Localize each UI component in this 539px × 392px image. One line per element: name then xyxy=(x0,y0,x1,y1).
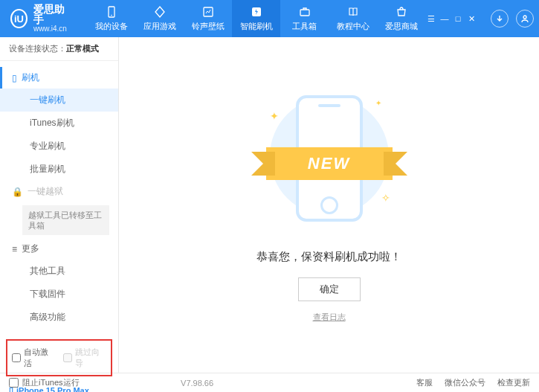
maximize-button[interactable]: □ xyxy=(452,13,464,25)
sidebar-item-itunes-flash[interactable]: iTunes刷机 xyxy=(0,112,118,135)
options-highlight-box: 自动激活 跳过向导 xyxy=(6,339,112,376)
sidebar-section-jailbreak: 🔒 一键越狱 xyxy=(0,181,118,202)
logo-icon: iU xyxy=(10,9,28,28)
nav-store[interactable]: 爱思商城 xyxy=(377,0,425,37)
skip-guide-checkbox[interactable]: 跳过向导 xyxy=(63,347,107,369)
more-icon: ≡ xyxy=(12,244,17,254)
svg-point-5 xyxy=(523,16,526,19)
app-url: www.i4.cn xyxy=(33,25,69,33)
nav-flash[interactable]: 智能刷机 xyxy=(232,0,280,37)
store-icon xyxy=(395,5,408,19)
user-button[interactable] xyxy=(516,10,534,28)
sidebar-item-advanced[interactable]: 高级功能 xyxy=(0,306,118,329)
flash-icon xyxy=(250,5,263,19)
jailbreak-note: 越狱工具已转移至工具箱 xyxy=(22,205,109,235)
view-log-link[interactable]: 查看日志 xyxy=(313,312,346,323)
device-status: 设备连接状态：正常模式 xyxy=(0,37,118,61)
svg-point-1 xyxy=(111,15,112,16)
sidebar: 设备连接状态：正常模式 ▯ 刷机 一键刷机 iTunes刷机 专业刷机 批量刷机… xyxy=(0,37,119,373)
nav-toolbox[interactable]: 工具箱 xyxy=(280,0,329,37)
version-label: V7.98.66 xyxy=(181,379,213,388)
success-illustration: ✦✧✦ NEW xyxy=(262,88,396,237)
sidebar-item-pro-flash[interactable]: 专业刷机 xyxy=(0,135,118,158)
new-ribbon: NEW xyxy=(266,147,393,180)
svg-rect-4 xyxy=(300,10,309,16)
sidebar-item-download-firmware[interactable]: 下载固件 xyxy=(0,283,118,306)
nav-my-device[interactable]: 我的设备 xyxy=(87,0,135,37)
book-icon xyxy=(346,5,360,19)
ok-button[interactable]: 确定 xyxy=(298,277,361,301)
app-title: 爱思助手 xyxy=(33,4,69,25)
sidebar-item-one-click-flash[interactable]: 一键刷机 xyxy=(0,89,118,112)
nav-ringtones[interactable]: 铃声壁纸 xyxy=(184,0,232,37)
main-content: ✦✧✦ NEW 恭喜您，保资料刷机成功啦！ 确定 查看日志 xyxy=(119,37,539,373)
menu-icon[interactable]: ☰ xyxy=(425,13,437,25)
block-itunes-checkbox[interactable]: 阻止iTunes运行 xyxy=(9,377,80,388)
logo: iU 爱思助手 www.i4.cn xyxy=(0,4,80,33)
nav-tutorials[interactable]: 教程中心 xyxy=(329,0,377,37)
sidebar-item-other-tools[interactable]: 其他工具 xyxy=(0,260,118,283)
top-nav: 我的设备 应用游戏 铃声壁纸 智能刷机 工具箱 教程中心 爱思商城 xyxy=(87,0,425,37)
apps-icon xyxy=(153,5,167,19)
footer-link-wechat[interactable]: 微信公众号 xyxy=(445,377,485,388)
device-icon xyxy=(105,5,118,19)
media-icon xyxy=(201,5,215,19)
header-right: ☰ — □ ✕ xyxy=(425,10,539,28)
lock-icon: 🔒 xyxy=(12,187,23,197)
sidebar-section-more[interactable]: ≡ 更多 xyxy=(0,238,118,260)
sidebar-item-batch-flash[interactable]: 批量刷机 xyxy=(0,158,118,181)
auto-activate-checkbox[interactable]: 自动激活 xyxy=(12,347,56,369)
close-button[interactable]: ✕ xyxy=(465,13,477,25)
header: iU 爱思助手 www.i4.cn 我的设备 应用游戏 铃声壁纸 智能刷机 工具… xyxy=(0,0,539,37)
footer-link-support[interactable]: 客服 xyxy=(416,377,433,388)
phone-icon: ▯ xyxy=(12,73,17,83)
nav-apps[interactable]: 应用游戏 xyxy=(135,0,184,37)
download-button[interactable] xyxy=(491,10,509,28)
success-message: 恭喜您，保资料刷机成功啦！ xyxy=(256,250,401,264)
sidebar-section-flash[interactable]: ▯ 刷机 xyxy=(0,67,118,89)
minimize-button[interactable]: — xyxy=(439,13,451,25)
toolbox-icon xyxy=(298,5,312,19)
footer-link-update[interactable]: 检查更新 xyxy=(497,377,530,388)
